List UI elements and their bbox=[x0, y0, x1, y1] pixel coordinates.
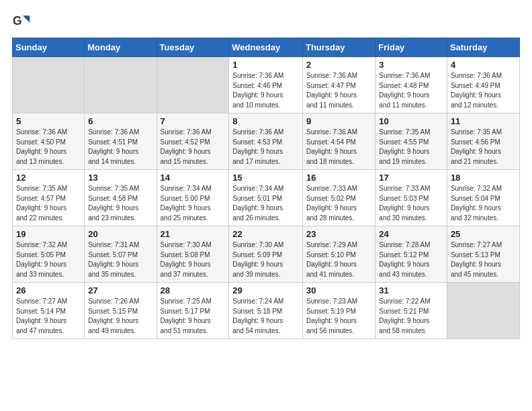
day-info: Sunrise: 7:36 AM Sunset: 4:46 PM Dayligh… bbox=[232, 71, 299, 110]
weekday-header-monday: Monday bbox=[85, 38, 157, 57]
day-info: Sunrise: 7:29 AM Sunset: 5:10 PM Dayligh… bbox=[306, 240, 371, 279]
day-info: Sunrise: 7:25 AM Sunset: 5:17 PM Dayligh… bbox=[161, 297, 226, 336]
day-number: 23 bbox=[306, 229, 371, 239]
day-number: 8 bbox=[232, 116, 299, 126]
calendar-cell bbox=[157, 57, 229, 113]
calendar-cell: 24Sunrise: 7:28 AM Sunset: 5:12 PM Dayli… bbox=[375, 226, 447, 283]
calendar-cell: 31Sunrise: 7:22 AM Sunset: 5:21 PM Dayli… bbox=[375, 283, 447, 339]
day-number: 21 bbox=[161, 229, 226, 239]
weekday-header-row: SundayMondayTuesdayWednesdayThursdayFrid… bbox=[13, 38, 520, 57]
calendar-week-row: 26Sunrise: 7:27 AM Sunset: 5:14 PM Dayli… bbox=[13, 283, 520, 339]
day-number: 31 bbox=[379, 285, 443, 295]
weekday-header-thursday: Thursday bbox=[302, 38, 375, 57]
day-number: 22 bbox=[232, 229, 299, 239]
day-number: 9 bbox=[306, 116, 371, 126]
page: G SundayMondayTuesdayWednesdayThursdayFr… bbox=[0, 0, 532, 411]
calendar-cell: 12Sunrise: 7:35 AM Sunset: 4:57 PM Dayli… bbox=[13, 170, 85, 226]
day-number: 4 bbox=[451, 60, 516, 70]
day-info: Sunrise: 7:35 AM Sunset: 4:58 PM Dayligh… bbox=[88, 184, 152, 223]
day-info: Sunrise: 7:36 AM Sunset: 4:53 PM Dayligh… bbox=[232, 128, 299, 167]
day-info: Sunrise: 7:31 AM Sunset: 5:07 PM Dayligh… bbox=[88, 240, 152, 279]
calendar-cell: 16Sunrise: 7:33 AM Sunset: 5:02 PM Dayli… bbox=[302, 170, 375, 226]
day-number: 17 bbox=[379, 173, 443, 183]
weekday-header-wednesday: Wednesday bbox=[229, 38, 303, 57]
calendar-cell: 9Sunrise: 7:36 AM Sunset: 4:54 PM Daylig… bbox=[302, 113, 375, 170]
header: G bbox=[12, 12, 520, 31]
calendar-cell: 3Sunrise: 7:36 AM Sunset: 4:48 PM Daylig… bbox=[375, 57, 447, 113]
day-info: Sunrise: 7:36 AM Sunset: 4:51 PM Dayligh… bbox=[88, 128, 152, 167]
day-info: Sunrise: 7:32 AM Sunset: 5:05 PM Dayligh… bbox=[16, 240, 81, 279]
calendar-cell: 30Sunrise: 7:23 AM Sunset: 5:19 PM Dayli… bbox=[302, 283, 375, 339]
calendar-cell: 1Sunrise: 7:36 AM Sunset: 4:46 PM Daylig… bbox=[229, 57, 303, 113]
day-info: Sunrise: 7:23 AM Sunset: 5:19 PM Dayligh… bbox=[306, 297, 371, 336]
calendar-cell: 11Sunrise: 7:35 AM Sunset: 4:56 PM Dayli… bbox=[447, 113, 519, 170]
day-info: Sunrise: 7:36 AM Sunset: 4:52 PM Dayligh… bbox=[161, 128, 226, 167]
svg-marker-2 bbox=[23, 15, 30, 23]
day-number: 24 bbox=[379, 229, 443, 239]
day-number: 29 bbox=[232, 285, 299, 295]
calendar-cell: 19Sunrise: 7:32 AM Sunset: 5:05 PM Dayli… bbox=[13, 226, 85, 283]
calendar-cell: 22Sunrise: 7:30 AM Sunset: 5:09 PM Dayli… bbox=[229, 226, 303, 283]
logo-icon: G bbox=[12, 12, 31, 31]
day-number: 19 bbox=[16, 229, 81, 239]
day-number: 5 bbox=[16, 116, 81, 126]
day-info: Sunrise: 7:30 AM Sunset: 5:09 PM Dayligh… bbox=[232, 240, 299, 279]
day-number: 26 bbox=[16, 285, 81, 295]
calendar-cell: 28Sunrise: 7:25 AM Sunset: 5:17 PM Dayli… bbox=[157, 283, 229, 339]
day-info: Sunrise: 7:35 AM Sunset: 4:57 PM Dayligh… bbox=[16, 184, 81, 223]
weekday-header-tuesday: Tuesday bbox=[157, 38, 229, 57]
calendar-week-row: 5Sunrise: 7:36 AM Sunset: 4:50 PM Daylig… bbox=[13, 113, 520, 170]
calendar-week-row: 12Sunrise: 7:35 AM Sunset: 4:57 PM Dayli… bbox=[13, 170, 520, 226]
calendar-cell: 15Sunrise: 7:34 AM Sunset: 5:01 PM Dayli… bbox=[229, 170, 303, 226]
day-info: Sunrise: 7:28 AM Sunset: 5:12 PM Dayligh… bbox=[379, 240, 443, 279]
day-info: Sunrise: 7:22 AM Sunset: 5:21 PM Dayligh… bbox=[379, 297, 443, 336]
day-number: 30 bbox=[306, 285, 371, 295]
calendar-cell: 23Sunrise: 7:29 AM Sunset: 5:10 PM Dayli… bbox=[302, 226, 375, 283]
svg-text:G: G bbox=[13, 14, 22, 28]
day-number: 12 bbox=[16, 173, 81, 183]
day-number: 10 bbox=[379, 116, 443, 126]
day-info: Sunrise: 7:35 AM Sunset: 4:56 PM Dayligh… bbox=[451, 128, 516, 167]
day-info: Sunrise: 7:36 AM Sunset: 4:50 PM Dayligh… bbox=[16, 128, 81, 167]
calendar-cell: 7Sunrise: 7:36 AM Sunset: 4:52 PM Daylig… bbox=[157, 113, 229, 170]
day-number: 2 bbox=[306, 60, 371, 70]
day-number: 18 bbox=[451, 173, 516, 183]
calendar-cell: 27Sunrise: 7:26 AM Sunset: 5:15 PM Dayli… bbox=[85, 283, 157, 339]
day-number: 15 bbox=[232, 173, 299, 183]
day-info: Sunrise: 7:30 AM Sunset: 5:08 PM Dayligh… bbox=[161, 240, 226, 279]
day-number: 11 bbox=[451, 116, 516, 126]
calendar-cell bbox=[13, 57, 85, 113]
day-info: Sunrise: 7:36 AM Sunset: 4:54 PM Dayligh… bbox=[306, 128, 371, 167]
day-info: Sunrise: 7:33 AM Sunset: 5:03 PM Dayligh… bbox=[379, 184, 443, 223]
calendar-cell: 17Sunrise: 7:33 AM Sunset: 5:03 PM Dayli… bbox=[375, 170, 447, 226]
day-number: 14 bbox=[161, 173, 226, 183]
day-number: 6 bbox=[88, 116, 152, 126]
calendar-cell: 2Sunrise: 7:36 AM Sunset: 4:47 PM Daylig… bbox=[302, 57, 375, 113]
day-number: 25 bbox=[451, 229, 516, 239]
calendar-cell: 10Sunrise: 7:35 AM Sunset: 4:55 PM Dayli… bbox=[375, 113, 447, 170]
calendar-cell: 18Sunrise: 7:32 AM Sunset: 5:04 PM Dayli… bbox=[447, 170, 519, 226]
day-number: 3 bbox=[379, 60, 443, 70]
calendar-cell: 4Sunrise: 7:36 AM Sunset: 4:49 PM Daylig… bbox=[447, 57, 519, 113]
day-info: Sunrise: 7:34 AM Sunset: 5:01 PM Dayligh… bbox=[232, 184, 299, 223]
calendar-cell: 14Sunrise: 7:34 AM Sunset: 5:00 PM Dayli… bbox=[157, 170, 229, 226]
day-info: Sunrise: 7:36 AM Sunset: 4:48 PM Dayligh… bbox=[379, 71, 443, 110]
calendar-cell: 26Sunrise: 7:27 AM Sunset: 5:14 PM Dayli… bbox=[13, 283, 85, 339]
calendar-cell: 20Sunrise: 7:31 AM Sunset: 5:07 PM Dayli… bbox=[85, 226, 157, 283]
logo: G bbox=[12, 12, 32, 31]
day-info: Sunrise: 7:27 AM Sunset: 5:14 PM Dayligh… bbox=[16, 297, 81, 336]
calendar-cell bbox=[85, 57, 157, 113]
day-info: Sunrise: 7:33 AM Sunset: 5:02 PM Dayligh… bbox=[306, 184, 371, 223]
day-info: Sunrise: 7:36 AM Sunset: 4:49 PM Dayligh… bbox=[451, 71, 516, 110]
weekday-header-saturday: Saturday bbox=[447, 38, 519, 57]
calendar-cell: 8Sunrise: 7:36 AM Sunset: 4:53 PM Daylig… bbox=[229, 113, 303, 170]
day-info: Sunrise: 7:27 AM Sunset: 5:13 PM Dayligh… bbox=[451, 240, 516, 279]
calendar-cell: 13Sunrise: 7:35 AM Sunset: 4:58 PM Dayli… bbox=[85, 170, 157, 226]
weekday-header-sunday: Sunday bbox=[13, 38, 85, 57]
calendar-cell: 29Sunrise: 7:24 AM Sunset: 5:18 PM Dayli… bbox=[229, 283, 303, 339]
calendar-cell: 6Sunrise: 7:36 AM Sunset: 4:51 PM Daylig… bbox=[85, 113, 157, 170]
calendar-cell bbox=[447, 283, 519, 339]
day-info: Sunrise: 7:34 AM Sunset: 5:00 PM Dayligh… bbox=[161, 184, 226, 223]
day-info: Sunrise: 7:36 AM Sunset: 4:47 PM Dayligh… bbox=[306, 71, 371, 110]
calendar-week-row: 19Sunrise: 7:32 AM Sunset: 5:05 PM Dayli… bbox=[13, 226, 520, 283]
